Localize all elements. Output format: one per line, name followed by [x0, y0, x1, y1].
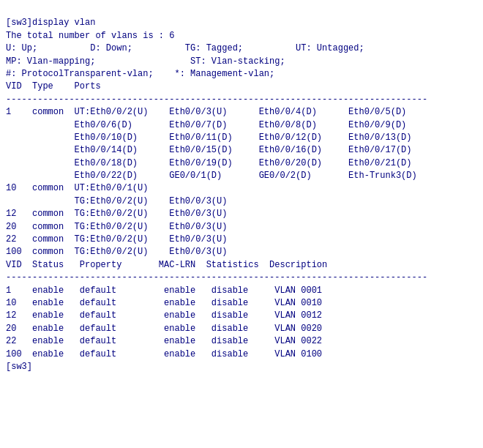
terminal-line-vlan10_2: TG:Eth0/0/2(U) Eth0/0/3(U) — [6, 195, 477, 208]
terminal-line-vlan1_4: Eth0/0/14(D) Eth0/0/15(D) Eth0/0/16(D) E… — [6, 144, 477, 157]
terminal-line-prompt: [sw3] — [6, 361, 477, 373]
terminal-line-row10: 10 enable default enable disable VLAN 00… — [6, 297, 477, 310]
terminal-line-vlan100_1: 100 common TG:Eth0/0/2(U) Eth0/0/3(U) — [6, 246, 477, 258]
terminal-line-vlan1_1: 1 common UT:Eth0/0/2(U) Eth0/0/3(U) Eth0… — [6, 106, 477, 119]
terminal-line-row1: 1 enable default enable disable VLAN 000… — [6, 285, 477, 297]
terminal-line-vlan22_1: 22 common TG:Eth0/0/2(U) Eth0/0/3(U) — [6, 234, 477, 246]
terminal-line-vlan12_1: 12 common TG:Eth0/0/2(U) Eth0/0/3(U) — [6, 208, 477, 220]
terminal-line-legend1: U: Up; D: Down; TG: Tagged; UT: Untagged… — [6, 42, 477, 55]
terminal-line-row20: 20 enable default enable disable VLAN 00… — [6, 323, 477, 335]
terminal-line-vlan1_6: Eth0/0/22(D) GE0/0/1(D) GE0/0/2(D) Eth-T… — [6, 170, 477, 182]
terminal-line-vlan1_3: Eth0/0/10(D) Eth0/0/11(D) Eth0/0/12(D) E… — [6, 132, 477, 144]
terminal-line-vlan1_5: Eth0/0/18(D) Eth0/0/19(D) Eth0/0/20(D) E… — [6, 157, 477, 170]
terminal-line-header1: VID Type Ports — [6, 81, 477, 93]
terminal-line-sep1: ----------------------------------------… — [6, 94, 477, 106]
terminal-line-row12: 12 enable default enable disable VLAN 00… — [6, 310, 477, 322]
terminal-line-header2: VID Status Property MAC-LRN Statistics D… — [6, 259, 477, 272]
terminal-line-legend2: MP: Vlan-mapping; ST: Vlan-stacking; — [6, 56, 477, 68]
terminal-line-row22: 22 enable default enable disable VLAN 00… — [6, 335, 477, 348]
terminal-line-total: The total number of vlans is : 6 — [6, 30, 477, 42]
terminal-window: [sw3]display vlanThe total number of vla… — [3, 3, 480, 375]
terminal-line-row100: 100 enable default enable disable VLAN 0… — [6, 348, 477, 361]
terminal-line-cmd: [sw3]display vlan — [6, 17, 477, 29]
terminal-line-sep2: ----------------------------------------… — [6, 272, 477, 284]
terminal-line-vlan10_1: 10 common UT:Eth0/0/1(U) — [6, 182, 477, 195]
terminal-line-legend3: #: ProtocolTransparent-vlan; *: Manageme… — [6, 68, 477, 81]
terminal-line-vlan1_2: Eth0/0/6(D) Eth0/0/7(D) Eth0/0/8(D) Eth0… — [6, 119, 477, 132]
terminal-line-vlan20_1: 20 common TG:Eth0/0/2(U) Eth0/0/3(U) — [6, 221, 477, 234]
